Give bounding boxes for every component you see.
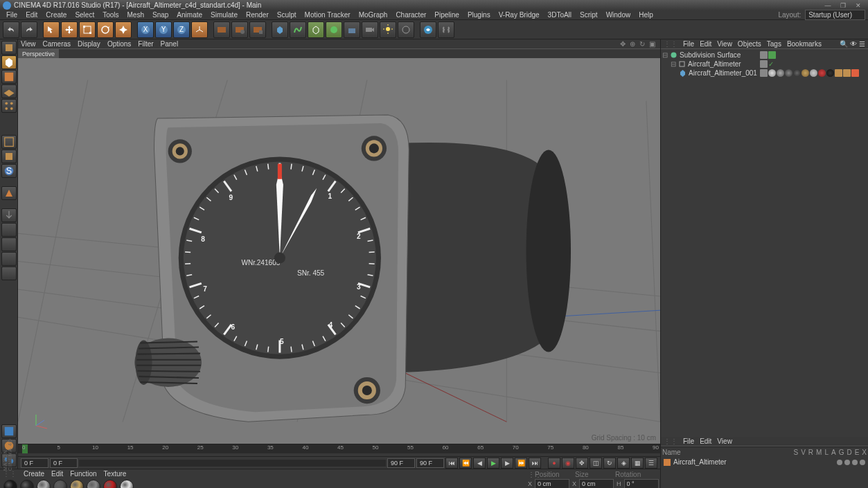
texture-mode-button[interactable]	[1, 70, 17, 84]
om-objects[interactable]: Objects	[738, 40, 761, 48]
goto-prev-key-button[interactable]: ⏪	[459, 458, 472, 469]
viewport[interactable]: 0 1 2 3 4 5 6 7 8 9 WNr.241605 SNr. 455	[18, 58, 660, 444]
om-eye-icon[interactable]: 👁	[850, 40, 857, 48]
last-tool[interactable]	[115, 21, 132, 38]
am-file[interactable]: File	[683, 437, 694, 445]
material-dial[interactable]: dial	[53, 480, 68, 488]
light-button[interactable]	[380, 21, 396, 38]
mat-tag[interactable]	[793, 69, 801, 77]
om-layers-icon[interactable]: ☰	[859, 40, 865, 48]
script-button[interactable]	[438, 21, 454, 38]
material-Reali[interactable]: Reali	[86, 480, 101, 488]
timeline-end-field[interactable]	[387, 458, 415, 468]
size-x-field[interactable]	[579, 479, 614, 488]
coord-system-button[interactable]	[191, 21, 208, 38]
timeline-start-field[interactable]	[21, 458, 48, 468]
material-Chro[interactable]: Chro	[36, 480, 51, 488]
enable-check[interactable]	[768, 51, 776, 59]
vis-dot[interactable]	[760, 69, 768, 77]
vray-render-button[interactable]	[420, 21, 436, 38]
maximize-button[interactable]: ❐	[836, 1, 850, 10]
generator-button[interactable]	[308, 21, 324, 38]
rotate-tool[interactable]	[97, 21, 114, 38]
menu-create[interactable]: Create	[42, 11, 70, 19]
polygon-mode-button[interactable]	[1, 150, 17, 163]
mat-menu-edit[interactable]: Edit	[51, 470, 63, 478]
menu-mograph[interactable]: MoGraph	[355, 11, 391, 19]
edge-mode-button[interactable]	[1, 135, 17, 149]
uvw-tag[interactable]	[843, 69, 851, 77]
menu-tools[interactable]: Tools	[99, 11, 122, 19]
mat-tag[interactable]	[768, 69, 776, 77]
minimize-button[interactable]: —	[821, 1, 835, 10]
vp-max-icon[interactable]: ▣	[649, 40, 657, 48]
vp-menu-cameras[interactable]: Cameras	[43, 40, 71, 48]
goto-start-button[interactable]: ⏮	[445, 458, 458, 469]
primitive-button[interactable]	[272, 21, 288, 38]
y-axis-button[interactable]: Y	[155, 21, 172, 38]
mat-tag[interactable]	[810, 69, 817, 77]
key-scale-button[interactable]: ◫	[590, 458, 602, 469]
om-search-icon[interactable]: 🔍	[840, 40, 848, 48]
attr-dot[interactable]	[860, 460, 865, 465]
key-rot-button[interactable]: ↻	[603, 458, 616, 469]
spline-button[interactable]	[290, 21, 306, 38]
goto-end-button[interactable]: ⏭	[529, 458, 541, 469]
model-mode-button[interactable]	[1, 55, 17, 69]
pos-x-field[interactable]	[535, 479, 569, 488]
locked-workplane-button[interactable]	[1, 252, 17, 266]
timeline-scrub[interactable]	[79, 460, 386, 467]
timeline-options-button[interactable]: ☰	[645, 458, 657, 469]
am-view[interactable]: View	[717, 437, 732, 445]
vp-nav-icon[interactable]: ✥	[620, 40, 628, 48]
om-file[interactable]: File	[683, 40, 694, 48]
mat-tag[interactable]	[826, 69, 834, 77]
mat-tag[interactable]	[818, 69, 826, 77]
attr-object-row[interactable]: Aircraft_Altimeter	[661, 458, 868, 467]
prev-frame-button[interactable]: ◀	[473, 458, 486, 469]
timeline[interactable]: 051015202530354045505560657075808590	[18, 444, 660, 456]
vp-menu-filter[interactable]: Filter	[138, 40, 153, 48]
environment-button[interactable]	[344, 21, 360, 38]
workplane-snap-button[interactable]	[1, 237, 17, 251]
vis-dot[interactable]	[760, 60, 768, 68]
menu-select[interactable]: Select	[71, 11, 98, 19]
snap-settings-button[interactable]	[1, 223, 17, 237]
undo-button[interactable]	[3, 21, 19, 38]
om-edit[interactable]: Edit	[700, 40, 711, 48]
menu-vray[interactable]: V-Ray Bridge	[495, 11, 543, 19]
select-tool[interactable]	[43, 21, 60, 38]
vp-menu-options[interactable]: Options	[107, 40, 131, 48]
axis-mode-button[interactable]: S	[1, 164, 17, 178]
redo-button[interactable]	[21, 21, 37, 38]
menu-mesh[interactable]: Mesh	[124, 11, 148, 19]
object-tree[interactable]: ⊟ Subdivision Surface ⊟ Aircraft_Altimet…	[661, 49, 868, 437]
material-red_r[interactable]: red_r	[103, 480, 118, 488]
attr-dot[interactable]	[852, 460, 858, 465]
timeline-current-field[interactable]	[50, 458, 78, 468]
render-picture-button[interactable]	[249, 21, 266, 38]
close-button[interactable]: ✕	[851, 1, 865, 10]
menu-plugins[interactable]: Plugins	[464, 11, 494, 19]
material-Gold[interactable]: Gold	[69, 480, 85, 488]
attr-dot[interactable]	[844, 460, 850, 465]
tag-button[interactable]	[398, 21, 414, 38]
vp-rotate-icon[interactable]: ↻	[639, 40, 648, 48]
menu-motion-tracker[interactable]: Motion Tracker	[301, 11, 354, 19]
move-tool[interactable]	[61, 21, 78, 38]
phong-tag[interactable]	[835, 69, 842, 77]
menu-snap[interactable]: Snap	[149, 11, 172, 19]
menu-3dtoall[interactable]: 3DToAll	[544, 11, 575, 19]
vp-menu-display[interactable]: Display	[78, 40, 100, 48]
menu-render[interactable]: Render	[242, 11, 272, 19]
make-editable-button[interactable]	[1, 41, 17, 55]
am-edit[interactable]: Edit	[700, 437, 711, 445]
menu-animate[interactable]: Animate	[173, 11, 206, 19]
layout-select[interactable]: Startup (User)	[805, 10, 865, 20]
key-pos-button[interactable]: ✥	[576, 458, 588, 469]
tweak-mode-button[interactable]	[1, 186, 17, 200]
key-pla-button[interactable]: ▦	[631, 458, 644, 469]
mat-menu-texture[interactable]: Texture	[104, 470, 127, 478]
tree-row-altimeter-001[interactable]: Aircraft_Altimeter_001	[662, 69, 757, 78]
vp-zoom-icon[interactable]: ⊕	[630, 40, 638, 48]
